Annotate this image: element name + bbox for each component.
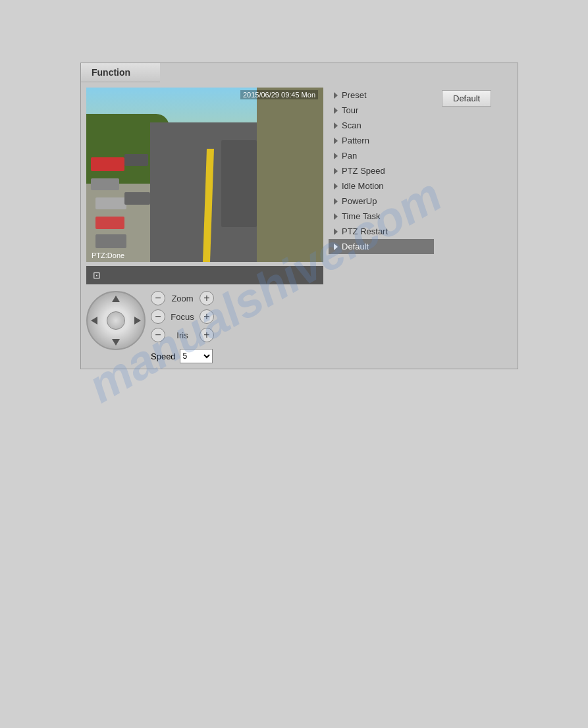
menu-label-pattern: Pattern — [342, 136, 369, 145]
content-area: 2015/06/29 09:45 Mon PTZ:Done ⊡ — [81, 82, 518, 369]
panel-title: Function — [81, 63, 160, 82]
car1 — [91, 157, 124, 171]
menu-item-pan[interactable]: Pan — [329, 148, 434, 163]
menu-arrow-ptz-restart — [334, 228, 338, 235]
speed-row: Speed 1 2 3 4 5 6 7 8 — [151, 346, 214, 363]
car2 — [91, 178, 119, 191]
menu-label-ptz-speed: PTZ Speed — [342, 166, 385, 176]
iris-plus-button[interactable]: + — [200, 328, 214, 342]
menu-arrow-default — [334, 244, 338, 250]
video-ptz-label: PTZ:Done — [92, 251, 124, 259]
menu-item-preset[interactable]: Preset — [329, 88, 434, 103]
menu-label-time-task: Time Task — [342, 211, 381, 221]
menu-arrow-ptz-speed — [334, 168, 338, 174]
video-feed: 2015/06/29 09:45 Mon PTZ:Done — [86, 88, 323, 262]
focus-plus-button[interactable]: + — [200, 309, 214, 324]
menu-list: PresetTourScanPatternPanPTZ SpeedIdle Mo… — [329, 88, 434, 254]
menu-item-time-task[interactable]: Time Task — [329, 209, 434, 224]
speed-label: Speed — [151, 351, 176, 361]
title-text: Function — [92, 67, 130, 78]
zoom-minus-button[interactable]: − — [151, 291, 165, 305]
menu-arrow-idle-motion — [334, 183, 338, 190]
focus-label: Focus — [169, 312, 196, 322]
camera-scene — [86, 88, 323, 262]
right-panel: Default — [439, 88, 505, 363]
menu-arrow-tour — [334, 107, 338, 114]
ptz-right-button[interactable] — [134, 317, 141, 325]
car7 — [95, 234, 126, 248]
zoom-label: Zoom — [169, 294, 196, 303]
menu-label-idle-motion: Idle Motion — [342, 181, 384, 191]
menu-item-ptz-restart[interactable]: PTZ Restart — [329, 224, 434, 239]
ptz-center[interactable] — [107, 311, 125, 330]
menu-arrow-pan — [334, 153, 338, 159]
car5 — [95, 217, 124, 229]
ptz-ring[interactable] — [86, 291, 146, 350]
focus-row: − Focus + — [151, 309, 214, 324]
zoom-plus-button[interactable]: + — [200, 291, 214, 305]
menu-label-scan: Scan — [342, 120, 361, 130]
menu-item-scan[interactable]: Scan — [329, 118, 434, 133]
menu-label-powerup: PowerUp — [342, 196, 377, 206]
camera-section: 2015/06/29 09:45 Mon PTZ:Done ⊡ — [86, 88, 323, 363]
menu-item-idle-motion[interactable]: Idle Motion — [329, 178, 434, 194]
focus-minus-button[interactable]: − — [151, 309, 165, 324]
video-toolbar: ⊡ — [86, 266, 323, 284]
menu-label-ptz-restart: PTZ Restart — [342, 226, 388, 236]
building — [257, 88, 323, 262]
menu-item-ptz-speed[interactable]: PTZ Speed — [329, 163, 434, 178]
menu-item-default[interactable]: Default — [329, 239, 434, 254]
zoom-row: − Zoom + — [151, 291, 214, 305]
menu-label-default: Default — [342, 242, 369, 251]
menu-item-pattern[interactable]: Pattern — [329, 133, 434, 148]
video-timestamp: 2015/06/29 09:45 Mon — [240, 90, 318, 99]
menu-label-preset: Preset — [342, 90, 367, 100]
car4 — [95, 197, 126, 210]
speed-select[interactable]: 1 2 3 4 5 6 7 8 — [180, 349, 213, 363]
zoom-focus-iris-controls: − Zoom + − Focus + − Iris + — [151, 291, 214, 363]
ptz-down-button[interactable] — [112, 339, 120, 346]
car3 — [124, 154, 148, 167]
ptz-up-button[interactable] — [112, 296, 120, 302]
ptz-left-button[interactable] — [91, 317, 97, 325]
iris-minus-button[interactable]: − — [151, 328, 165, 342]
truck — [221, 140, 257, 228]
menu-arrow-scan — [334, 122, 338, 129]
controls-row: − Zoom + − Focus + − Iris + — [86, 291, 323, 363]
menu-item-tour[interactable]: Tour — [329, 103, 434, 118]
default-button[interactable]: Default — [442, 90, 491, 107]
snapshot-icon[interactable]: ⊡ — [90, 269, 103, 282]
menu-arrow-powerup — [334, 198, 338, 205]
menu-section: PresetTourScanPatternPanPTZ SpeedIdle Mo… — [329, 88, 434, 363]
iris-row: − Iris + — [151, 328, 214, 342]
menu-arrow-preset — [334, 92, 338, 99]
menu-item-powerup[interactable]: PowerUp — [329, 194, 434, 209]
menu-label-pan: Pan — [342, 151, 357, 161]
iris-label: Iris — [169, 330, 196, 340]
car6 — [124, 192, 151, 205]
menu-arrow-pattern — [334, 138, 338, 144]
main-panel: Function — [80, 63, 518, 369]
menu-label-tour: Tour — [342, 105, 358, 115]
menu-arrow-time-task — [334, 213, 338, 220]
